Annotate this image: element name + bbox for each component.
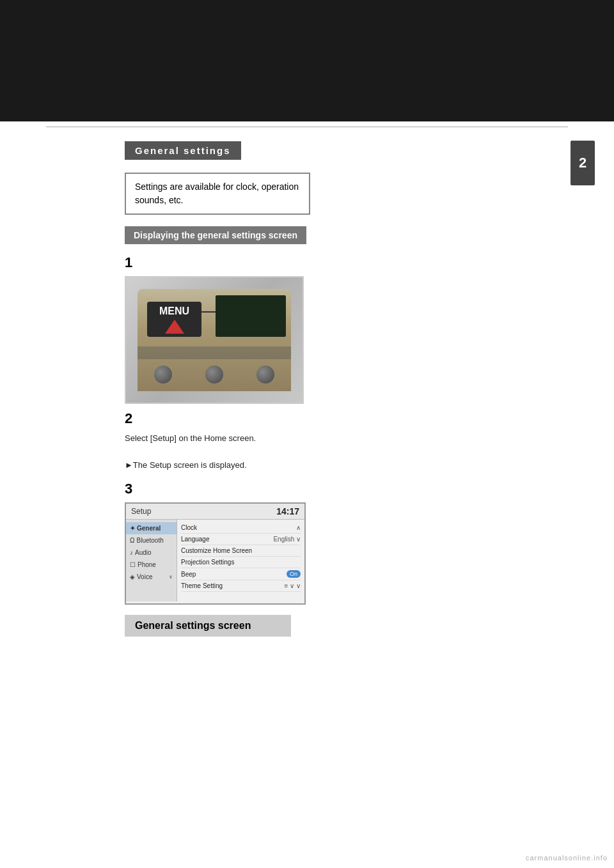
general-settings-title: General settings: [125, 141, 241, 160]
language-label: Language: [181, 536, 210, 543]
beep-toggle[interactable]: On: [287, 570, 301, 578]
dashboard-illustration: MENU: [138, 289, 291, 391]
step-3-number: 3: [125, 481, 595, 497]
display-screen: [216, 295, 286, 337]
beep-label: Beep: [181, 571, 196, 578]
setup-row-projection[interactable]: Projection Settings: [181, 557, 301, 568]
language-value: English ∨: [273, 536, 301, 543]
setup-row-beep[interactable]: Beep On: [181, 568, 301, 580]
theme-label: Theme Setting: [181, 582, 223, 589]
bluetooth-label: Bluetooth: [136, 537, 163, 544]
general-label: General: [137, 525, 161, 532]
setup-row-language[interactable]: Language English ∨: [181, 534, 301, 545]
setup-sidebar: ✦ General Ω Bluetooth ♪ Audio ☐ Phone ◈: [126, 520, 177, 601]
customize-label: Customize Home Screen: [181, 547, 252, 554]
setup-row-theme[interactable]: Theme Setting ≡ ∨ ∨: [181, 580, 301, 592]
projection-label: Projection Settings: [181, 559, 234, 566]
top-black-bar: [0, 0, 614, 121]
controls-row: [138, 366, 291, 384]
setup-row-clock[interactable]: Clock ∧: [181, 522, 301, 534]
knob-right: [256, 366, 274, 384]
setup-main-panel: Clock ∧ Language English ∨ Customize Hom…: [177, 520, 304, 601]
section-divider: [46, 127, 568, 127]
setup-header: Setup 14:17: [126, 504, 304, 520]
voice-label: Voice: [137, 573, 152, 580]
audio-icon: ♪: [130, 549, 133, 556]
setup-body: ✦ General Ω Bluetooth ♪ Audio ☐ Phone ◈: [126, 520, 304, 601]
step-2-text: Select [Setup] on the Home screen. ►The …: [125, 432, 310, 472]
setup-time: 14:17: [276, 506, 299, 516]
menu-label: MENU: [159, 306, 189, 317]
menu-button-area: MENU: [147, 302, 201, 337]
voice-chevron-icon: ∨: [169, 574, 173, 580]
main-content: General settings Settings are available …: [0, 132, 614, 662]
theme-value: ≡ ∨ ∨: [285, 582, 301, 589]
sub-header-section: Displaying the general settings screen: [125, 226, 595, 251]
audio-label: Audio: [135, 549, 152, 556]
knob-center: [205, 366, 223, 384]
sidebar-item-voice[interactable]: ◈ Voice ∨: [126, 571, 177, 583]
setup-title: Setup: [131, 507, 151, 516]
menu-arrow-icon: [165, 320, 184, 334]
setup-row-customize[interactable]: Customize Home Screen: [181, 545, 301, 557]
step-1-number: 1: [125, 254, 595, 271]
bluetooth-icon: Ω: [130, 537, 134, 544]
sidebar-item-general[interactable]: ✦ General: [126, 522, 177, 534]
clock-label: Clock: [181, 524, 197, 531]
sidebar-item-audio[interactable]: ♪ Audio: [126, 546, 177, 559]
info-box: Settings are available for clock, operat…: [125, 173, 310, 215]
phone-icon: ☐: [130, 561, 136, 568]
sub-header-box: Displaying the general settings screen: [125, 226, 306, 244]
caption-label: General settings screen: [135, 620, 251, 631]
car-dashboard-image: MENU: [125, 276, 304, 404]
watermark: carmanualsonline.info: [526, 854, 608, 862]
vent-row: [138, 346, 291, 359]
car-image-inner: MENU: [126, 277, 303, 403]
sidebar-item-bluetooth[interactable]: Ω Bluetooth: [126, 534, 177, 546]
sidebar-item-phone[interactable]: ☐ Phone: [126, 559, 177, 571]
title-section: General settings: [125, 132, 595, 169]
general-icon: ✦: [130, 525, 135, 532]
phone-label: Phone: [138, 561, 156, 568]
caption-box: General settings screen: [125, 615, 291, 637]
step-2-number: 2: [125, 410, 595, 427]
voice-icon: ◈: [130, 573, 135, 580]
setup-screen-mockup: Setup 14:17 ✦ General Ω Bluetooth ♪ Audi…: [125, 502, 306, 605]
clock-icon: ∧: [296, 524, 301, 531]
knob-left: [154, 366, 172, 384]
beep-value: On: [287, 570, 301, 578]
